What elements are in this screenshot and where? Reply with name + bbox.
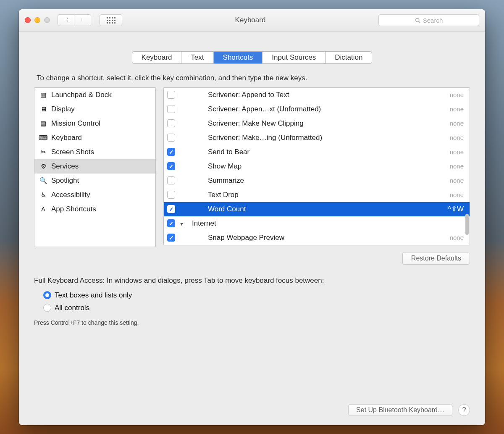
display-icon: 🖥: [39, 105, 48, 113]
service-checkbox[interactable]: [167, 191, 175, 199]
sidebar-item-launchpad-dock[interactable]: ▦Launchpad & Dock: [34, 88, 155, 102]
service-shortcut[interactable]: none: [450, 120, 464, 127]
service-shortcut[interactable]: none: [450, 134, 464, 141]
close-window-button[interactable]: [25, 17, 31, 23]
sidebar-item-label: App Shortcuts: [51, 205, 96, 213]
tab-dictation[interactable]: Dictation: [326, 52, 372, 63]
svg-point-0: [415, 18, 419, 21]
scrollbar-thumb[interactable]: [465, 214, 469, 235]
search-icon: [415, 18, 420, 23]
service-row[interactable]: Word Count^⇧W: [164, 202, 470, 216]
sidebar-item-label: Mission Control: [51, 119, 100, 128]
sidebar-item-spotlight[interactable]: 🔍Spotlight: [34, 174, 155, 188]
content-area: KeyboardTextShortcutsInput SourcesDictat…: [19, 32, 485, 425]
help-icon: ?: [462, 406, 466, 414]
service-label: Word Count: [208, 205, 444, 213]
keyboard-access-hint: Press Control+F7 to change this setting.: [34, 319, 470, 326]
service-checkbox[interactable]: [167, 176, 175, 184]
service-shortcut[interactable]: none: [450, 105, 464, 113]
screenshot-icon: ✂: [39, 148, 48, 156]
bluetooth-keyboard-button[interactable]: Set Up Bluetooth Keyboard…: [348, 404, 452, 416]
sidebar-item-label: Display: [51, 105, 75, 113]
sidebar-item-services[interactable]: ⚙Services: [34, 159, 155, 174]
service-shortcut[interactable]: none: [450, 177, 464, 184]
tab-text[interactable]: Text: [181, 52, 213, 63]
mission-control-icon: ▤: [39, 119, 48, 128]
footer: Set Up Bluetooth Keyboard… ?: [34, 384, 470, 416]
tab-keyboard[interactable]: Keyboard: [132, 52, 182, 63]
service-checkbox[interactable]: [167, 119, 175, 127]
service-label: Internet: [192, 219, 459, 228]
service-shortcut[interactable]: ^⇧W: [448, 205, 464, 213]
radio-option[interactable]: Text boxes and lists only: [43, 289, 470, 302]
help-button[interactable]: ?: [458, 404, 470, 416]
service-shortcut[interactable]: none: [450, 191, 464, 198]
service-label: Text Drop: [208, 191, 446, 199]
services-list[interactable]: Scrivener: Append to TextnoneScrivener: …: [163, 87, 470, 245]
sidebar-item-label: Services: [51, 162, 79, 171]
sidebar-item-display[interactable]: 🖥Display: [34, 102, 155, 116]
service-row[interactable]: Scrivener: Make…ing (Unformatted)none: [164, 131, 470, 145]
preferences-window: 〈 〉 Keyboard Search KeyboardTextShortcut…: [19, 9, 485, 425]
chevron-left-icon: 〈: [63, 16, 69, 24]
chevron-right-icon: 〉: [80, 16, 86, 24]
service-checkbox[interactable]: [167, 105, 175, 113]
back-button[interactable]: 〈: [58, 14, 74, 26]
service-checkbox[interactable]: [167, 234, 175, 242]
service-checkbox[interactable]: [167, 134, 175, 142]
sidebar-item-mission-control[interactable]: ▤Mission Control: [34, 116, 155, 131]
sidebar-item-accessibility[interactable]: ♿︎Accessibility: [34, 188, 155, 202]
service-row[interactable]: Summarizenone: [164, 174, 470, 188]
radio-option[interactable]: All controls: [43, 302, 470, 314]
service-checkbox[interactable]: [167, 219, 175, 227]
zoom-window-button[interactable]: [44, 17, 50, 23]
disclosure-triangle-icon[interactable]: ▼: [179, 221, 184, 226]
traffic-lights: [25, 17, 50, 23]
service-shortcut[interactable]: none: [450, 148, 464, 155]
service-checkbox[interactable]: [167, 148, 175, 156]
service-checkbox[interactable]: [167, 91, 175, 99]
radio-label: All controls: [55, 304, 89, 312]
restore-defaults-button[interactable]: Restore Defaults: [402, 252, 470, 265]
svg-line-1: [419, 21, 420, 22]
category-sidebar[interactable]: ▦Launchpad & Dock🖥Display▤Mission Contro…: [34, 87, 156, 247]
tab-shortcuts[interactable]: Shortcuts: [214, 52, 263, 63]
right-column: Scrivener: Append to TextnoneScrivener: …: [163, 87, 470, 265]
service-row[interactable]: Scrivener: Make New Clippingnone: [164, 116, 470, 131]
sidebar-item-keyboard[interactable]: ⌨Keyboard: [34, 131, 155, 145]
service-row[interactable]: Text Dropnone: [164, 188, 470, 202]
service-label: Scrivener: Make New Clipping: [208, 119, 446, 128]
service-label: Show Map: [208, 162, 446, 171]
service-row[interactable]: Snap Webpage Previewnone: [164, 231, 470, 245]
grid-icon: [107, 17, 116, 24]
service-checkbox[interactable]: [167, 162, 175, 170]
service-row[interactable]: Send to Bearnone: [164, 145, 470, 159]
service-row[interactable]: Scrivener: Appen…xt (Unformatted)none: [164, 102, 470, 116]
service-shortcut[interactable]: none: [450, 91, 464, 98]
sidebar-item-label: Screen Shots: [51, 148, 94, 156]
radio-button[interactable]: [43, 291, 51, 299]
services-icon: ⚙: [39, 162, 48, 171]
sidebar-item-label: Launchpad & Dock: [51, 91, 112, 99]
spotlight-icon: 🔍: [39, 176, 48, 185]
service-group-row[interactable]: ▼Internet: [164, 216, 470, 231]
sidebar-item-app-shortcuts[interactable]: AApp Shortcuts: [34, 202, 155, 216]
service-label: Scrivener: Make…ing (Unformatted): [208, 134, 446, 142]
sidebar-item-label: Keyboard: [51, 134, 82, 142]
radio-button[interactable]: [43, 304, 51, 312]
minimize-window-button[interactable]: [34, 17, 40, 23]
service-row[interactable]: Show Mapnone: [164, 159, 470, 174]
service-shortcut[interactable]: none: [450, 234, 464, 241]
show-all-button[interactable]: [100, 14, 122, 26]
service-row[interactable]: Scrivener: Append to Textnone: [164, 88, 470, 102]
keyboard-access-heading: Full Keyboard Access: In windows and dia…: [34, 276, 470, 285]
sidebar-item-label: Spotlight: [51, 176, 79, 185]
keyboard-icon: ⌨: [39, 134, 48, 142]
service-shortcut[interactable]: none: [450, 163, 464, 170]
search-field[interactable]: Search: [378, 14, 479, 26]
service-label: Scrivener: Append to Text: [208, 91, 446, 99]
forward-button[interactable]: 〉: [74, 14, 91, 26]
sidebar-item-screen-shots[interactable]: ✂Screen Shots: [34, 145, 155, 159]
service-checkbox[interactable]: [167, 205, 175, 213]
tab-input-sources[interactable]: Input Sources: [262, 52, 326, 63]
